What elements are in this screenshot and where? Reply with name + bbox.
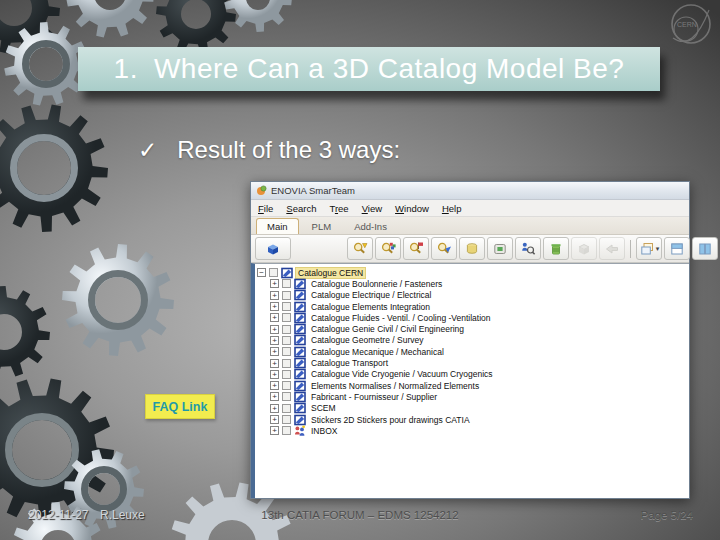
tree-item-label[interactable]: Catalogue Electrique / Electrical — [309, 290, 433, 300]
expand-toggle-icon[interactable]: + — [270, 426, 279, 435]
tree-checkbox[interactable] — [282, 404, 291, 413]
tree-item[interactable]: +Catalogue Elements Integration — [257, 301, 687, 312]
tree-item-label[interactable]: Catalogue Genie Civil / Civil Engineerin… — [309, 324, 466, 334]
expand-toggle-icon[interactable]: + — [270, 336, 279, 345]
expand-toggle-icon[interactable]: + — [270, 302, 279, 311]
tree-checkbox[interactable] — [282, 302, 291, 311]
search-go-icon[interactable] — [431, 237, 457, 260]
window-titlebar[interactable]: ENOVIA SmarTeam — [251, 182, 689, 200]
tree-item[interactable]: +Catalogue Fluides - Ventil. / Cooling -… — [257, 312, 687, 323]
catalog-icon — [294, 312, 306, 324]
collapse-toggle-icon[interactable]: − — [257, 268, 266, 277]
slide-title-number: 1. — [114, 53, 138, 85]
tree-item-label[interactable]: INBOX — [309, 426, 339, 436]
tree-item[interactable]: +Catalogue Electrique / Electrical — [257, 290, 687, 301]
bullet-text: Result of the 3 ways: — [177, 136, 400, 164]
tree-item[interactable]: −Catalogue CERN — [257, 267, 687, 278]
menu-item-file[interactable]: File — [258, 203, 273, 214]
checkmark-icon: ✓ — [138, 137, 157, 164]
tree-checkbox[interactable] — [282, 336, 291, 345]
tree-item[interactable]: +Elements Normalises / Normalized Elemen… — [257, 380, 687, 391]
tree-checkbox[interactable] — [282, 381, 291, 390]
search-objects-icon[interactable] — [375, 237, 401, 260]
catalog-icon — [294, 289, 306, 301]
expand-toggle-icon[interactable]: + — [270, 313, 279, 322]
cascade-windows-icon[interactable]: ▾ — [636, 237, 662, 260]
slide-title-text: Where Can a 3D Catalog Model Be? — [154, 53, 624, 85]
menu-item-view[interactable]: View — [362, 203, 382, 214]
tree-item[interactable]: +Catalogue Boulonnerie / Fasteners — [257, 278, 687, 289]
menu-item-tree[interactable]: Tree — [329, 203, 348, 214]
tree-item-label[interactable]: Stickers 2D Stickers pour drawings CATIA — [309, 415, 472, 425]
expand-toggle-icon[interactable]: + — [270, 291, 279, 300]
catalog-icon — [294, 414, 306, 426]
tree-item-label[interactable]: Catalogue Transport — [309, 358, 390, 368]
tree-item-label[interactable]: Fabricant - Fournisseur / Supplier — [309, 392, 439, 402]
faq-link[interactable]: FAQ Link — [145, 394, 215, 419]
tree-item-label[interactable]: Catalogue Elements Integration — [309, 302, 432, 312]
parts-cube-icon[interactable] — [255, 237, 291, 260]
inbox-icon — [294, 425, 306, 437]
tree-item-label[interactable]: Catalogue Vide Cryogenie / Vacuum Cryoge… — [309, 369, 495, 379]
menu-item-search[interactable]: Search — [286, 203, 316, 214]
expand-toggle-icon[interactable]: + — [270, 347, 279, 356]
tree-checkbox[interactable] — [282, 279, 291, 288]
catalog-icon — [294, 278, 306, 290]
search-flag-icon[interactable] — [403, 237, 429, 260]
tree-item-label[interactable]: Catalogue CERN — [296, 268, 365, 278]
viewer-icon[interactable] — [487, 237, 513, 260]
tree-item-label[interactable]: Elements Normalises / Normalized Element… — [309, 381, 481, 391]
tab-add-ins[interactable]: Add-Ins — [344, 219, 397, 234]
tree-checkbox[interactable] — [282, 359, 291, 368]
tree-item-label[interactable]: Catalogue Geometre / Survey — [309, 335, 425, 345]
menu-item-help[interactable]: Help — [442, 203, 462, 214]
tree-item[interactable]: +Catalogue Transport — [257, 357, 687, 368]
expand-toggle-icon[interactable]: + — [270, 370, 279, 379]
expand-toggle-icon[interactable]: + — [270, 392, 279, 401]
new-item-icon[interactable] — [543, 237, 569, 260]
tree-item-label[interactable]: SCEM — [309, 403, 338, 413]
tree-item[interactable]: +Catalogue Vide Cryogenie / Vacuum Cryog… — [257, 369, 687, 380]
find-user-icon[interactable] — [515, 237, 541, 260]
tab-plm[interactable]: PLM — [302, 219, 342, 234]
tree-item-label[interactable]: Catalogue Boulonnerie / Fasteners — [309, 279, 444, 289]
expand-toggle-icon[interactable]: + — [270, 325, 279, 334]
tree-item[interactable]: +Catalogue Mecanique / Mechanical — [257, 346, 687, 357]
box-3d-icon — [571, 237, 597, 260]
tree-checkbox[interactable] — [269, 268, 278, 277]
tree-checkbox[interactable] — [282, 313, 291, 322]
footer-date: 2012-11-27 — [28, 508, 89, 522]
tree-item[interactable]: +Fabricant - Fournisseur / Supplier — [257, 391, 687, 402]
search-view-icon[interactable] — [347, 237, 373, 260]
expand-toggle-icon[interactable]: + — [270, 359, 279, 368]
chevron-down-icon[interactable]: ▾ — [656, 245, 660, 253]
tree-item[interactable]: +INBOX — [257, 425, 687, 436]
tree-checkbox[interactable] — [282, 426, 291, 435]
tab-main[interactable]: Main — [256, 218, 299, 234]
tree-checkbox[interactable] — [282, 415, 291, 424]
tree-checkbox[interactable] — [282, 347, 291, 356]
tree-item[interactable]: +Catalogue Geometre / Survey — [257, 335, 687, 346]
tree-item[interactable]: +Stickers 2D Stickers pour drawings CATI… — [257, 414, 687, 425]
tree-item[interactable]: +Catalogue Genie Civil / Civil Engineeri… — [257, 323, 687, 334]
tree-item-label[interactable]: Catalogue Fluides - Ventil. / Cooling -V… — [309, 313, 493, 323]
expand-toggle-icon[interactable]: + — [270, 404, 279, 413]
tree-checkbox[interactable] — [282, 370, 291, 379]
menu-item-window[interactable]: Window — [395, 203, 429, 214]
tree-item[interactable]: +SCEM — [257, 403, 687, 414]
tile-horizontal-icon[interactable] — [664, 237, 690, 260]
toolbar: ▾ — [251, 235, 689, 263]
expand-toggle-icon[interactable]: + — [270, 279, 279, 288]
catalog-tree: −Catalogue CERN+Catalogue Boulonnerie / … — [251, 263, 689, 498]
expand-toggle-icon[interactable]: + — [270, 415, 279, 424]
database-icon[interactable] — [459, 237, 485, 260]
menu-bar: FileSearchTreeViewWindowHelp — [251, 200, 689, 217]
bullet-line: ✓ Result of the 3 ways: — [138, 136, 400, 164]
tree-checkbox[interactable] — [282, 291, 291, 300]
catalog-icon — [294, 346, 306, 358]
tree-checkbox[interactable] — [282, 325, 291, 334]
expand-toggle-icon[interactable]: + — [270, 381, 279, 390]
tile-vertical-icon[interactable] — [692, 237, 718, 260]
tree-item-label[interactable]: Catalogue Mecanique / Mechanical — [309, 347, 446, 357]
tree-checkbox[interactable] — [282, 392, 291, 401]
